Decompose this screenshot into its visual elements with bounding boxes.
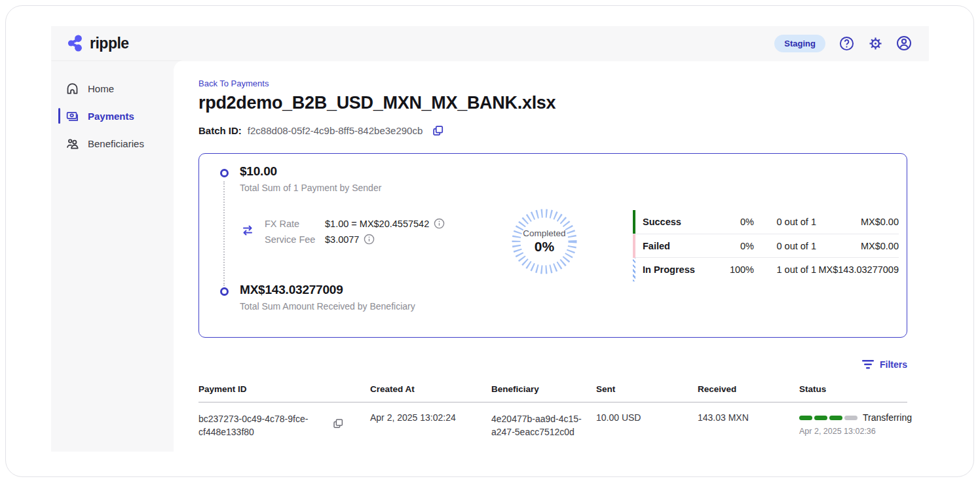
table-row[interactable]: bc237273-0c49-4c78-9fce-cf448e133f80 Apr…	[198, 402, 907, 451]
status-cell: Transferring Apr 2, 2025 13:02:36	[799, 412, 912, 436]
stat-amount: MX$0.00	[816, 217, 899, 227]
ripple-logo-icon	[67, 34, 85, 52]
batch-id-row: Batch ID: f2c88d08-05f2-4c9b-8ff5-842be3…	[198, 124, 907, 137]
stat-amount: MX$143.03277009	[816, 264, 899, 275]
table-header: Payment ID Created At Beneficiary Sent R…	[198, 378, 907, 402]
col-status: Status	[799, 384, 907, 394]
service-fee-label: Service Fee	[265, 234, 325, 245]
batch-id-label: Batch ID:	[198, 125, 242, 136]
service-fee-value: $3.0077	[325, 234, 445, 245]
completed-label: Completed	[523, 228, 565, 238]
stat-percent: 100%	[716, 264, 754, 275]
ripple-logo: ripple	[67, 34, 129, 52]
beneficiary-total-caption: Total Sum Amount Received by Beneficiary	[240, 301, 415, 312]
timeline-dotted-line	[223, 181, 225, 286]
col-sent: Sent	[596, 384, 698, 394]
failed-color-bar	[633, 234, 635, 258]
stat-row-in-progress: In Progress 100% 1 out of 1 MX$143.03277…	[633, 257, 899, 281]
top-bar: ripple Staging	[51, 26, 929, 60]
col-beneficiary: Beneficiary	[491, 384, 596, 394]
user-profile-icon[interactable]	[896, 35, 912, 51]
sidebar-item-label: Payments	[88, 111, 134, 122]
status-progress: Transferring	[799, 412, 912, 423]
help-icon[interactable]	[839, 35, 854, 51]
stat-count: 0 out of 1	[754, 241, 816, 251]
batch-id-value: f2c88d08-05f2-4c9b-8ff5-842be3e290cb	[248, 125, 423, 136]
stat-row-failed: Failed 0% 0 out of 1 MX$0.00	[633, 234, 899, 257]
fx-grid: FX Rate $1.00 = MX$20.4557542 Service Fe…	[265, 218, 445, 245]
sidebar: Home Payments Beneficiaries	[51, 60, 174, 452]
payments-table: Payment ID Created At Beneficiary Sent R…	[198, 378, 907, 451]
col-created-at: Created At	[370, 384, 491, 394]
received-value: 143.03 MXN	[698, 412, 799, 423]
sidebar-item-label: Home	[88, 83, 114, 94]
beneficiary-value: 4e20477b-aa9d-4c15-a247-5eacc7512c0d	[491, 412, 590, 439]
beneficiaries-icon	[66, 137, 79, 151]
app-body: Home Payments Beneficiaries	[51, 60, 929, 452]
filters-label: Filters	[880, 359, 907, 370]
timeline-marker-beneficiary	[220, 287, 229, 296]
completed-percent: 0%	[535, 239, 554, 255]
copy-payment-id-icon[interactable]	[332, 418, 344, 429]
topbar-actions: Staging	[774, 35, 912, 52]
payment-id-value: bc237273-0c49-4c78-9fce-cf448e133f80	[198, 412, 323, 439]
app-window: ripple Staging	[51, 26, 929, 452]
sidebar-item-beneficiaries[interactable]: Beneficiaries	[51, 130, 174, 157]
status-progress-segments	[799, 416, 857, 420]
stat-amount: MX$0.00	[816, 241, 899, 251]
main-panel: Back To Payments rpd2demo_B2B_USD_MXN_MX…	[174, 60, 929, 452]
in-progress-color-bar	[633, 258, 635, 281]
stat-percent: 0%	[716, 217, 754, 227]
sidebar-item-label: Beneficiaries	[88, 138, 144, 149]
payments-icon	[66, 109, 79, 123]
page-title: rpd2demo_B2B_USD_MXN_MX_BANK.xlsx	[198, 93, 907, 113]
sidebar-item-home[interactable]: Home	[51, 75, 174, 102]
stat-label: Success	[643, 217, 716, 227]
completed-progress-spinner: Completed 0%	[508, 205, 581, 278]
copy-batch-id-icon[interactable]	[432, 124, 444, 137]
stat-row-success: Success 0% 0 out of 1 MX$0.00	[633, 210, 899, 234]
status-label: Transferring	[863, 412, 912, 423]
beneficiary-total-block: MX$143.03277009 Total Sum Amount Receive…	[240, 283, 415, 312]
fx-exchange-icon	[240, 223, 255, 238]
col-received: Received	[698, 384, 799, 394]
filters-button[interactable]: Filters	[198, 359, 907, 370]
service-fee-info-icon[interactable]	[364, 234, 375, 245]
sender-total-caption: Total Sum of 1 Payment by Sender	[240, 183, 381, 193]
spinner-center: Completed 0%	[508, 205, 581, 278]
stat-count: 0 out of 1	[754, 217, 816, 227]
fx-rate-label: FX Rate	[265, 219, 325, 229]
payment-id-cell: bc237273-0c49-4c78-9fce-cf448e133f80	[198, 412, 370, 439]
sent-value: 10.00 USD	[596, 412, 698, 423]
fx-rate-value: $1.00 = MX$20.4557542	[325, 218, 445, 229]
sender-total-block: $10.00 Total Sum of 1 Payment by Sender	[240, 164, 381, 193]
sender-total-amount: $10.00	[240, 164, 381, 179]
home-icon	[66, 82, 79, 96]
stat-label: In Progress	[643, 264, 716, 275]
stat-count: 1 out of 1	[754, 264, 816, 275]
environment-badge[interactable]: Staging	[774, 35, 825, 52]
filter-icon	[862, 360, 874, 369]
success-color-bar	[633, 210, 635, 234]
sidebar-item-payments[interactable]: Payments	[51, 102, 174, 130]
col-payment-id: Payment ID	[198, 384, 370, 394]
brand-name: ripple	[90, 35, 129, 52]
timeline-marker-sender	[220, 169, 229, 177]
back-to-payments-link[interactable]: Back To Payments	[198, 79, 269, 88]
stat-percent: 0%	[716, 241, 754, 251]
settings-gear-icon[interactable]	[867, 35, 883, 51]
stat-label: Failed	[643, 241, 716, 251]
fx-rate-info-icon[interactable]	[434, 218, 445, 229]
fx-block: FX Rate $1.00 = MX$20.4557542 Service Fe…	[240, 218, 445, 245]
batch-summary-card: $10.00 Total Sum of 1 Payment by Sender …	[198, 153, 907, 338]
created-at-value: Apr 2, 2025 13:02:24	[370, 412, 491, 423]
status-stats-table: Success 0% 0 out of 1 MX$0.00 Failed 0% …	[633, 210, 899, 281]
status-timestamp: Apr 2, 2025 13:02:36	[799, 427, 912, 436]
beneficiary-total-amount: MX$143.03277009	[240, 283, 415, 297]
